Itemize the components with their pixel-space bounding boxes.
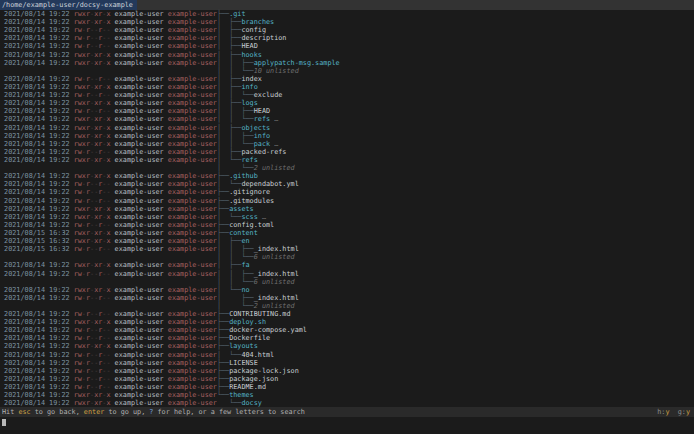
tree-row[interactable]: 2021/08/14 19:22 rw-r--r-- example-user …	[0, 34, 694, 42]
file-name: info	[241, 83, 257, 91]
tree-row[interactable]: 2021/08/14 19:22 rwxr-xr-x example-user …	[0, 172, 694, 180]
file-owner: example-user	[111, 197, 168, 205]
file-meta: 2021/08/14 19:22 rw-r--r-- example-user …	[0, 351, 217, 359]
tree-branch-lines: │ └──	[217, 302, 254, 310]
file-owner: example-user	[111, 367, 168, 375]
tree-row[interactable]: 2021/08/14 19:22 rwxr-xr-x example-user …	[0, 59, 694, 67]
search-input-line[interactable]	[0, 417, 694, 427]
tree-row[interactable]: 2021/08/14 19:22 rw-r--r-- example-user …	[0, 359, 694, 367]
tree-row[interactable]: 2021/08/14 19:22 rw-r--r-- example-user …	[0, 221, 694, 229]
flag-separator	[670, 408, 678, 416]
file-permissions: rw-r--r--	[74, 75, 111, 83]
key-hint-esc: esc	[18, 408, 30, 416]
tree-row[interactable]: 2021/08/14 19:22 rwxr-xr-x example-user …	[0, 115, 694, 123]
file-name: exclude	[254, 91, 283, 99]
file-date: 2021/08/14 19:22	[0, 180, 74, 188]
tree-row[interactable]: 2021/08/14 19:22 rw-r--r-- example-user …	[0, 270, 694, 278]
file-permissions: rwxr-xr-x	[74, 51, 111, 59]
tree-row[interactable]: 2021/08/14 19:22 rwxr-xr-x example-user …	[0, 99, 694, 107]
tree-branch-lines: │ └──	[217, 164, 254, 172]
file-meta: 2021/08/14 19:22 rwxr-xr-x example-user …	[0, 132, 217, 140]
file-owner: example-user	[111, 83, 168, 91]
tree-row[interactable]: 2021/08/14 19:22 rw-r--r-- example-user …	[0, 383, 694, 391]
tree-row[interactable]: │ │ └──6 unlisted	[0, 278, 694, 286]
status-text: Hit	[2, 408, 18, 416]
file-group: example-user	[168, 213, 217, 221]
tree-row[interactable]: 2021/08/14 19:22 rw-r--r-- example-user …	[0, 294, 694, 302]
file-owner: example-user	[111, 391, 168, 399]
file-name: hooks	[241, 51, 261, 59]
tree-row[interactable]: 2021/08/14 19:22 rw-r--r-- example-user …	[0, 326, 694, 334]
file-permissions: rw-r--r--	[74, 294, 111, 302]
file-owner: example-user	[111, 132, 168, 140]
file-permissions: rw-r--r--	[74, 91, 111, 99]
file-name: deploy.sh	[229, 318, 266, 326]
tree-row[interactable]: │ └──2 unlisted	[0, 302, 694, 310]
tree-row[interactable]: │ └──2 unlisted	[0, 164, 694, 172]
file-group: example-user	[168, 229, 217, 237]
tree-row[interactable]: 2021/08/14 19:22 rw-r--r-- example-user …	[0, 42, 694, 50]
file-permissions: rwxr-xr-x	[74, 261, 111, 269]
tree-row[interactable]: 2021/08/14 19:22 rw-r--r-- example-user …	[0, 310, 694, 318]
tree-row[interactable]: 2021/08/15 16:32 rwxr-xr-x example-user …	[0, 229, 694, 237]
tree-row[interactable]: 2021/08/14 19:22 rw-r--r-- example-user …	[0, 375, 694, 383]
tree-row[interactable]: 2021/08/14 19:22 rw-r--r-- example-user …	[0, 75, 694, 83]
tree-row[interactable]: 2021/08/14 19:22 rwxr-xr-x example-user …	[0, 18, 694, 26]
file-date: 2021/08/14 19:22	[0, 383, 74, 391]
tree-branch-lines: │ ├──	[217, 51, 242, 59]
file-date: 2021/08/14 19:22	[0, 115, 74, 123]
tree-row[interactable]: 2021/08/14 19:22 rwxr-xr-x example-user …	[0, 10, 694, 18]
file-owner: example-user	[111, 213, 168, 221]
file-group: example-user	[168, 245, 217, 253]
tree-row[interactable]: 2021/08/14 19:22 rwxr-xr-x example-user …	[0, 318, 694, 326]
tree-row[interactable]: 2021/08/14 19:22 rwxr-xr-x example-user …	[0, 391, 694, 399]
tree-row[interactable]: 2021/08/14 19:22 rwxr-xr-x example-user …	[0, 399, 694, 407]
tree-row[interactable]: 2021/08/15 16:32 rwxr-xr-x example-user …	[0, 237, 694, 245]
file-meta: 2021/08/14 19:22 rwxr-xr-x example-user …	[0, 261, 217, 269]
tree-row[interactable]: 2021/08/15 16:32 rw-r--r-- example-user …	[0, 245, 694, 253]
file-owner: example-user	[111, 42, 168, 50]
tree-row[interactable]: 2021/08/14 19:22 rw-r--r-- example-user …	[0, 334, 694, 342]
file-date: 2021/08/14 19:22	[0, 26, 74, 34]
file-meta: 2021/08/14 19:22 rwxr-xr-x example-user …	[0, 140, 217, 148]
file-owner: example-user	[111, 26, 168, 34]
tree-row[interactable]: 2021/08/14 19:22 rwxr-xr-x example-user …	[0, 140, 694, 148]
file-meta: 2021/08/14 19:22 rwxr-xr-x example-user …	[0, 18, 217, 26]
tree-row[interactable]: 2021/08/14 19:22 rw-r--r-- example-user …	[0, 180, 694, 188]
file-name: assets	[229, 205, 254, 213]
tree-row[interactable]: 2021/08/14 19:22 rwxr-xr-x example-user …	[0, 286, 694, 294]
tree-row[interactable]: 2021/08/14 19:22 rw-r--r-- example-user …	[0, 188, 694, 196]
file-name: _index.html	[254, 294, 299, 302]
file-permissions: rw-r--r--	[74, 42, 111, 50]
tree-row[interactable]: │ │ └──10 unlisted	[0, 67, 694, 75]
tree-row[interactable]: 2021/08/14 19:22 rw-r--r-- example-user …	[0, 91, 694, 99]
file-name: refs	[241, 156, 257, 164]
tree-row[interactable]: 2021/08/14 19:22 rwxr-xr-x example-user …	[0, 342, 694, 350]
tree-row[interactable]: 2021/08/14 19:22 rw-r--r-- example-user …	[0, 197, 694, 205]
file-permissions: rw-r--r--	[74, 351, 111, 359]
tree-row[interactable]: 2021/08/14 19:22 rwxr-xr-x example-user …	[0, 261, 694, 269]
tree-row[interactable]: 2021/08/14 19:22 rwxr-xr-x example-user …	[0, 205, 694, 213]
tree-row[interactable]: 2021/08/14 19:22 rwxr-xr-x example-user …	[0, 51, 694, 59]
tree-row[interactable]: 2021/08/14 19:22 rwxr-xr-x example-user …	[0, 83, 694, 91]
tree-row[interactable]: │ │ └──6 unlisted	[0, 253, 694, 261]
tree-row[interactable]: 2021/08/14 19:22 rwxr-xr-x example-user …	[0, 132, 694, 140]
file-permissions: rwxr-xr-x	[74, 124, 111, 132]
file-meta: 2021/08/14 19:22 rwxr-xr-x example-user …	[0, 286, 217, 294]
tree-row[interactable]: 2021/08/14 19:22 rwxr-xr-x example-user …	[0, 124, 694, 132]
file-permissions: rw-r--r--	[74, 375, 111, 383]
tree-branch-lines: │ │ └──	[217, 140, 254, 148]
file-owner: example-user	[111, 156, 168, 164]
tree-row[interactable]: 2021/08/14 19:22 rwxr-xr-x example-user …	[0, 213, 694, 221]
tree-row[interactable]: 2021/08/14 19:22 rw-r--r-- example-user …	[0, 26, 694, 34]
tree-row[interactable]: 2021/08/14 19:22 rw-r--r-- example-user …	[0, 351, 694, 359]
tree-branch-lines: │ │ ├──	[217, 132, 254, 140]
status-bar: Hit esc to go back, enter to go up, ? fo…	[0, 407, 694, 417]
file-meta: 2021/08/14 19:22 rw-r--r-- example-user …	[0, 26, 217, 34]
tree-row[interactable]: 2021/08/14 19:22 rw-r--r-- example-user …	[0, 148, 694, 156]
file-meta: 2021/08/14 19:22 rw-r--r-- example-user …	[0, 42, 217, 50]
tree-row[interactable]: 2021/08/14 19:22 rw-r--r-- example-user …	[0, 367, 694, 375]
tree-row[interactable]: 2021/08/14 19:22 rw-r--r-- example-user …	[0, 107, 694, 115]
tree-row[interactable]: 2021/08/14 19:22 rwxr-xr-x example-user …	[0, 156, 694, 164]
file-group: example-user	[168, 261, 217, 269]
